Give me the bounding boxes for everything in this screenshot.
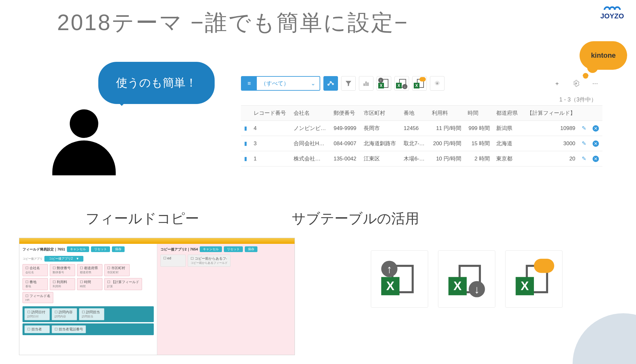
field-chip[interactable]: ☐ 時間時間 (77, 278, 102, 290)
delete-icon[interactable]: ✕ (589, 151, 602, 166)
filter-button[interactable] (341, 76, 356, 91)
field-chip[interactable]: ☐ 利用料利用料 (50, 278, 75, 290)
col-calc[interactable]: 【計算フィールド】 (522, 106, 579, 121)
fieldcopy-screenshot: フィールド簡易設定｜7651 キャンセル リセット 保存 コピー後アプリ コピー… (19, 238, 295, 355)
field-chip[interactable]: ☐ フィールド名HR (23, 292, 53, 303)
cell-fee: 10 円/時間 (429, 151, 464, 166)
record-icon[interactable]: ▮ (241, 121, 250, 136)
card-excel-download[interactable]: X↓ (438, 250, 495, 308)
fc-r-btn-save[interactable]: 保存 (245, 246, 257, 252)
excel-download-button[interactable]: X↓ (394, 76, 409, 91)
record-icon[interactable]: ▮ (241, 151, 250, 166)
cell-addr: 取北7-… (400, 136, 429, 151)
field-chip[interactable]: ☐ 訪問日付訪問日付 (24, 308, 50, 320)
field-chip[interactable]: ☐ 会社名会社名 (23, 264, 48, 276)
fc-right-title: コピー後アプリ2｜7654 (160, 247, 198, 252)
col-fee[interactable]: 利用料 (429, 106, 464, 121)
chart-button[interactable] (359, 76, 373, 91)
field-chip[interactable]: ☐ ed (160, 255, 186, 267)
record-icon[interactable]: ▮ (241, 136, 250, 151)
speech-bubble: 使うのも簡単！ (98, 62, 215, 104)
decorative-circle (573, 313, 636, 364)
card-excel-kintone[interactable]: X (505, 250, 562, 308)
list-icon: ≡ (242, 77, 257, 90)
col-addr[interactable]: 番地 (400, 106, 429, 121)
svg-rect-3 (364, 83, 365, 86)
fieldcopy-left-pane: フィールド簡易設定｜7651 キャンセル リセット 保存 コピー後アプリ コピー… (19, 244, 157, 355)
fc-dd-label: コピー後アプリ (23, 257, 42, 261)
field-chip[interactable]: ☐ 番地番地 (23, 278, 48, 290)
col-city[interactable]: 市区町村 (360, 106, 400, 121)
col-hours[interactable]: 時間 (464, 106, 493, 121)
col-company[interactable]: 会社名 (290, 106, 330, 121)
svg-rect-5 (367, 82, 368, 86)
cell-zip: 949-9999 (330, 121, 360, 136)
field-chip[interactable]: ☐ 訪問担当訪問担当 (79, 308, 104, 320)
joyzo-logo: JOYZO (600, 6, 624, 20)
svg-point-0 (328, 84, 329, 85)
plus-button[interactable]: ＋ (550, 76, 564, 91)
table-row[interactable]: ▮1株式会社…135-0042江東区木場6-…10 円/時間2 時間東京都20✎… (241, 151, 602, 166)
record-count: 1 - 3（3件中） (241, 96, 602, 103)
fc-r-btn-cancel[interactable]: キャンセル (200, 246, 222, 252)
person-icon (52, 109, 116, 175)
cell-city: 江東区 (360, 151, 400, 166)
cell-city: 長岡市 (360, 121, 400, 136)
fc-btn-cancel[interactable]: キャンセル (67, 246, 89, 252)
svg-point-7 (575, 82, 577, 84)
cell-calc: 20 (522, 151, 579, 166)
excel-kintone-button[interactable]: X (412, 76, 427, 91)
cell-addr: 12456 (400, 121, 429, 136)
cell-addr: 木場6-… (400, 151, 429, 166)
cell-recno: 1 (250, 151, 290, 166)
cell-zip: 135-0042 (330, 151, 360, 166)
field-chip[interactable]: ☐ 都道府県都道府県 (77, 264, 102, 276)
edit-icon[interactable]: ✎ (579, 121, 589, 136)
cell-hours: 2 時間 (464, 151, 493, 166)
fc-r-btn-reset[interactable]: リセット (224, 246, 243, 252)
settings-button[interactable] (569, 76, 583, 91)
delete-icon[interactable]: ✕ (589, 136, 602, 151)
svg-point-1 (330, 81, 331, 83)
field-chip[interactable]: ☐ 担当者 (24, 325, 50, 333)
delete-icon[interactable]: ✕ (589, 121, 602, 136)
cell-fee: 11 円/時間 (429, 121, 464, 136)
graph-button[interactable] (323, 76, 338, 91)
section2-title: サブテーブルの活用 (292, 209, 419, 228)
table-row[interactable]: ▮4ノンビンビ…949-9999長岡市1245611 円/時間999 時間新潟県… (241, 121, 602, 136)
cell-zip: 084-0907 (330, 136, 360, 151)
view-select-label: （すべて） (257, 80, 311, 87)
view-select[interactable]: ≡ （すべて） ⌄ (241, 76, 320, 91)
field-chip[interactable]: ☐ 郵便番号郵便番号 (50, 264, 75, 276)
edit-icon[interactable]: ✎ (579, 151, 589, 166)
cell-fee: 200 円/時間 (429, 136, 464, 151)
field-chip[interactable]: ☐ 担当者電話番号 (52, 325, 86, 333)
more-button[interactable]: ⋯ (588, 76, 602, 91)
field-chip[interactable]: ☐ 市区町村市区町村 (104, 264, 130, 276)
section1-title: フィールドコピー (86, 209, 199, 228)
speech-text: 使うのも簡単！ (116, 76, 197, 89)
cell-company: 株式会社… (290, 151, 330, 166)
cell-recno: 4 (250, 121, 290, 136)
fc-dropdown[interactable]: コピー後アプリ2 ▼ (44, 256, 83, 262)
table-row[interactable]: ▮3合同会社H…084-0907北海道釧路市取北7-…200 円/時間15 時間… (241, 136, 602, 151)
cell-calc: 10989 (522, 121, 579, 136)
field-chip[interactable]: ☐ コピー前からあるフ-コピー前からあるフィールド (188, 255, 230, 267)
field-chip[interactable]: ☐ 訪問内容訪問内容 (52, 308, 77, 320)
excel-upload-button[interactable]: X↑ (377, 76, 391, 91)
kintone-listview: ≡ （すべて） ⌄ X↑ X↓ X ＋ ⋯ (241, 76, 602, 166)
cell-company: 合同会社H… (290, 136, 330, 151)
edit-icon[interactable]: ✎ (579, 136, 589, 151)
fc-btn-save[interactable]: 保存 (112, 246, 125, 252)
listview-toolbar: ≡ （すべて） ⌄ X↑ X↓ X ＋ ⋯ (241, 76, 602, 91)
fc-left-title: フィールド簡易設定｜7651 (23, 247, 65, 252)
col-zip[interactable]: 郵便番号 (330, 106, 360, 121)
cell-hours: 15 時間 (464, 136, 493, 151)
record-table: レコード番号 会社名 郵便番号 市区町村 番地 利用料 時間 都道府県 【計算フ… (241, 105, 602, 166)
fc-btn-reset[interactable]: リセット (91, 246, 110, 252)
card-excel-upload[interactable]: X↑ (371, 250, 428, 308)
col-pref[interactable]: 都道府県 (493, 106, 522, 121)
gear-button[interactable] (430, 76, 445, 91)
field-chip[interactable]: ☐ 【計算フィールド計算 (104, 278, 142, 290)
col-recno[interactable]: レコード番号 (250, 106, 290, 121)
